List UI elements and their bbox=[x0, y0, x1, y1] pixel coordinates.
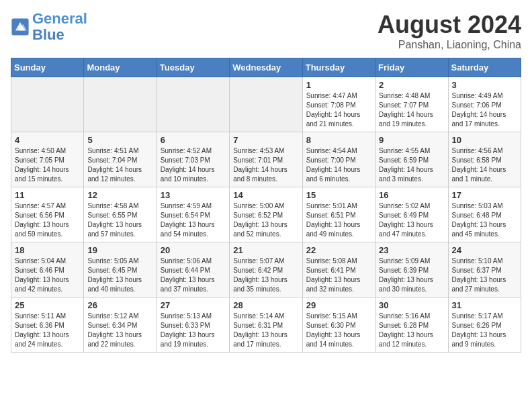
calendar-cell bbox=[84, 77, 157, 132]
day-number: 18 bbox=[15, 245, 80, 255]
logo-blue: Blue bbox=[32, 27, 87, 43]
day-info: Sunrise: 5:03 AM Sunset: 6:48 PM Dayligh… bbox=[452, 201, 517, 239]
calendar-cell: 28Sunrise: 5:14 AM Sunset: 6:31 PM Dayli… bbox=[230, 298, 302, 353]
calendar-table: SundayMondayTuesdayWednesdayThursdayFrid… bbox=[11, 58, 521, 353]
day-info: Sunrise: 4:51 AM Sunset: 7:04 PM Dayligh… bbox=[87, 146, 152, 184]
day-number: 1 bbox=[306, 80, 371, 90]
day-info: Sunrise: 5:17 AM Sunset: 6:26 PM Dayligh… bbox=[452, 312, 517, 349]
day-header-tuesday: Tuesday bbox=[157, 58, 229, 77]
calendar-cell bbox=[157, 77, 229, 132]
day-header-friday: Friday bbox=[375, 58, 448, 77]
day-info: Sunrise: 5:12 AM Sunset: 6:34 PM Dayligh… bbox=[87, 312, 152, 349]
day-number: 27 bbox=[161, 300, 226, 310]
calendar-cell: 26Sunrise: 5:12 AM Sunset: 6:34 PM Dayli… bbox=[84, 298, 157, 353]
calendar-cell: 7Sunrise: 4:53 AM Sunset: 7:01 PM Daylig… bbox=[230, 132, 302, 187]
page-header: General Blue August 2024 Panshan, Liaoni… bbox=[11, 11, 521, 51]
day-header-saturday: Saturday bbox=[448, 58, 521, 77]
logo-icon bbox=[11, 17, 30, 36]
day-number: 9 bbox=[379, 135, 444, 145]
day-info: Sunrise: 4:49 AM Sunset: 7:06 PM Dayligh… bbox=[452, 91, 517, 129]
calendar-cell: 20Sunrise: 5:06 AM Sunset: 6:44 PM Dayli… bbox=[157, 242, 229, 298]
calendar-cell: 18Sunrise: 5:04 AM Sunset: 6:46 PM Dayli… bbox=[11, 242, 84, 298]
day-number: 2 bbox=[379, 80, 444, 90]
day-number: 24 bbox=[452, 245, 517, 255]
day-number: 4 bbox=[15, 135, 80, 145]
day-info: Sunrise: 4:57 AM Sunset: 6:56 PM Dayligh… bbox=[15, 201, 80, 239]
day-header-wednesday: Wednesday bbox=[230, 58, 302, 77]
calendar-cell: 24Sunrise: 5:10 AM Sunset: 6:37 PM Dayli… bbox=[448, 242, 521, 298]
calendar-cell: 8Sunrise: 4:54 AM Sunset: 7:00 PM Daylig… bbox=[302, 132, 375, 187]
calendar-week-3: 11Sunrise: 4:57 AM Sunset: 6:56 PM Dayli… bbox=[11, 187, 521, 242]
calendar-cell bbox=[230, 77, 302, 132]
day-number: 11 bbox=[15, 190, 80, 200]
day-info: Sunrise: 5:04 AM Sunset: 6:46 PM Dayligh… bbox=[15, 257, 80, 294]
calendar-cell: 3Sunrise: 4:49 AM Sunset: 7:06 PM Daylig… bbox=[448, 77, 521, 132]
day-info: Sunrise: 5:13 AM Sunset: 6:33 PM Dayligh… bbox=[161, 312, 226, 349]
day-info: Sunrise: 5:14 AM Sunset: 6:31 PM Dayligh… bbox=[233, 312, 298, 349]
calendar-cell: 5Sunrise: 4:51 AM Sunset: 7:04 PM Daylig… bbox=[84, 132, 157, 187]
calendar-cell: 17Sunrise: 5:03 AM Sunset: 6:48 PM Dayli… bbox=[448, 187, 521, 242]
day-number: 13 bbox=[161, 190, 226, 200]
calendar-cell: 25Sunrise: 5:11 AM Sunset: 6:36 PM Dayli… bbox=[11, 298, 84, 353]
day-number: 20 bbox=[161, 245, 226, 255]
day-info: Sunrise: 4:53 AM Sunset: 7:01 PM Dayligh… bbox=[233, 146, 298, 184]
calendar-cell: 1Sunrise: 4:47 AM Sunset: 7:08 PM Daylig… bbox=[302, 77, 375, 132]
calendar-cell: 11Sunrise: 4:57 AM Sunset: 6:56 PM Dayli… bbox=[11, 187, 84, 242]
calendar-body: 1Sunrise: 4:47 AM Sunset: 7:08 PM Daylig… bbox=[11, 77, 521, 353]
day-header-thursday: Thursday bbox=[302, 58, 375, 77]
day-info: Sunrise: 4:52 AM Sunset: 7:03 PM Dayligh… bbox=[161, 146, 226, 184]
day-number: 31 bbox=[452, 300, 517, 310]
day-info: Sunrise: 4:50 AM Sunset: 7:05 PM Dayligh… bbox=[15, 146, 80, 184]
calendar-cell: 2Sunrise: 4:48 AM Sunset: 7:07 PM Daylig… bbox=[375, 77, 448, 132]
calendar-cell bbox=[11, 77, 84, 132]
page-title: August 2024 bbox=[378, 11, 521, 39]
day-number: 17 bbox=[452, 190, 517, 200]
day-info: Sunrise: 5:06 AM Sunset: 6:44 PM Dayligh… bbox=[161, 257, 226, 294]
day-number: 19 bbox=[87, 245, 152, 255]
day-info: Sunrise: 5:07 AM Sunset: 6:42 PM Dayligh… bbox=[233, 257, 298, 294]
calendar-cell: 30Sunrise: 5:16 AM Sunset: 6:28 PM Dayli… bbox=[375, 298, 448, 353]
calendar-cell: 13Sunrise: 4:59 AM Sunset: 6:54 PM Dayli… bbox=[157, 187, 229, 242]
day-number: 5 bbox=[87, 135, 152, 145]
calendar-cell: 9Sunrise: 4:55 AM Sunset: 6:59 PM Daylig… bbox=[375, 132, 448, 187]
day-number: 10 bbox=[452, 135, 517, 145]
day-number: 15 bbox=[306, 190, 371, 200]
calendar-cell: 23Sunrise: 5:09 AM Sunset: 6:39 PM Dayli… bbox=[375, 242, 448, 298]
day-info: Sunrise: 5:01 AM Sunset: 6:51 PM Dayligh… bbox=[306, 201, 371, 239]
day-number: 30 bbox=[379, 300, 444, 310]
day-number: 6 bbox=[161, 135, 226, 145]
calendar-cell: 12Sunrise: 4:58 AM Sunset: 6:55 PM Dayli… bbox=[84, 187, 157, 242]
calendar-header-row: SundayMondayTuesdayWednesdayThursdayFrid… bbox=[11, 58, 521, 77]
calendar-cell: 4Sunrise: 4:50 AM Sunset: 7:05 PM Daylig… bbox=[11, 132, 84, 187]
calendar-cell: 31Sunrise: 5:17 AM Sunset: 6:26 PM Dayli… bbox=[448, 298, 521, 353]
day-info: Sunrise: 5:15 AM Sunset: 6:30 PM Dayligh… bbox=[306, 312, 371, 349]
day-header-monday: Monday bbox=[84, 58, 157, 77]
day-number: 14 bbox=[233, 190, 298, 200]
logo-general: General bbox=[32, 10, 87, 27]
calendar-week-4: 18Sunrise: 5:04 AM Sunset: 6:46 PM Dayli… bbox=[11, 242, 521, 298]
day-info: Sunrise: 5:00 AM Sunset: 6:52 PM Dayligh… bbox=[233, 201, 298, 239]
day-number: 25 bbox=[15, 300, 80, 310]
day-info: Sunrise: 4:56 AM Sunset: 6:58 PM Dayligh… bbox=[452, 146, 517, 184]
day-number: 28 bbox=[233, 300, 298, 310]
day-info: Sunrise: 5:05 AM Sunset: 6:45 PM Dayligh… bbox=[87, 257, 152, 294]
day-number: 26 bbox=[87, 300, 152, 310]
day-info: Sunrise: 5:09 AM Sunset: 6:39 PM Dayligh… bbox=[379, 257, 444, 294]
day-number: 16 bbox=[379, 190, 444, 200]
day-info: Sunrise: 4:47 AM Sunset: 7:08 PM Dayligh… bbox=[306, 91, 371, 129]
day-number: 29 bbox=[306, 300, 371, 310]
calendar-cell: 16Sunrise: 5:02 AM Sunset: 6:49 PM Dayli… bbox=[375, 187, 448, 242]
day-info: Sunrise: 4:54 AM Sunset: 7:00 PM Dayligh… bbox=[306, 146, 371, 184]
page-subtitle: Panshan, Liaoning, China bbox=[378, 39, 521, 51]
title-block: August 2024 Panshan, Liaoning, China bbox=[378, 11, 521, 51]
day-number: 21 bbox=[233, 245, 298, 255]
logo: General Blue bbox=[11, 11, 87, 43]
calendar-cell: 15Sunrise: 5:01 AM Sunset: 6:51 PM Dayli… bbox=[302, 187, 375, 242]
calendar-cell: 29Sunrise: 5:15 AM Sunset: 6:30 PM Dayli… bbox=[302, 298, 375, 353]
day-number: 8 bbox=[306, 135, 371, 145]
calendar-cell: 14Sunrise: 5:00 AM Sunset: 6:52 PM Dayli… bbox=[230, 187, 302, 242]
day-info: Sunrise: 4:55 AM Sunset: 6:59 PM Dayligh… bbox=[379, 146, 444, 184]
day-info: Sunrise: 4:48 AM Sunset: 7:07 PM Dayligh… bbox=[379, 91, 444, 129]
day-number: 7 bbox=[233, 135, 298, 145]
day-number: 22 bbox=[306, 245, 371, 255]
